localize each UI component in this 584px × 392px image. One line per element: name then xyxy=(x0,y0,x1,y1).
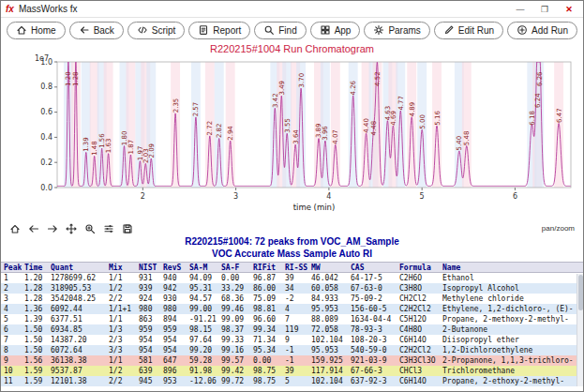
table-cell: 7 xyxy=(282,314,308,324)
table-scrollbar-thumb[interactable] xyxy=(578,275,583,310)
zoom-icon[interactable] xyxy=(84,223,96,234)
results-summary-line: R220215#1004: 72 peaks from VOC_AM_Sampl… xyxy=(1,235,583,248)
table-cell: 581 xyxy=(136,355,160,366)
column-header-quant[interactable]: Quant xyxy=(48,263,106,272)
column-header-mix[interactable]: Mix xyxy=(106,263,136,272)
table-row[interactable]: 61.506934.851/395995998.1598.3799.341197… xyxy=(1,324,583,335)
params-button[interactable]: Params xyxy=(364,22,429,39)
home-button[interactable]: Home xyxy=(7,22,66,39)
table-cell: 67-63-0 xyxy=(348,283,397,294)
column-header-nist[interactable]: NIST xyxy=(136,263,160,272)
table-cell: 1/1 xyxy=(106,273,136,283)
svg-text:1.39: 1.39 xyxy=(82,137,90,152)
svg-text:5.16: 5.16 xyxy=(434,111,442,126)
svg-text:4.48: 4.48 xyxy=(370,121,378,136)
table-row[interactable]: 111.5912101.382/2945953-12.0699.7298.755… xyxy=(1,376,583,386)
back-button-label: Back xyxy=(94,25,114,36)
home-button-label: Home xyxy=(31,25,56,36)
script-button[interactable]: Script xyxy=(127,22,186,39)
svg-text:4.77: 4.77 xyxy=(397,96,405,111)
chromatogram-chart[interactable]: 0.00.20.40.60.81.01e723456time (min)1.20… xyxy=(1,54,583,221)
column-header-cas[interactable]: CAS xyxy=(348,263,397,272)
edit-run-button[interactable]: Edit Run xyxy=(434,22,503,39)
table-row[interactable]: 41.366092.441/1+198098099.0099.4698.8149… xyxy=(1,304,583,314)
table-cell: C2H2Cl2 xyxy=(397,345,440,355)
add-run-button[interactable]: Add Run xyxy=(507,22,577,39)
svg-text:1.63: 1.63 xyxy=(105,139,112,154)
column-header-name[interactable]: Name xyxy=(440,263,583,272)
svg-text:2.72: 2.72 xyxy=(206,121,214,136)
title-bar: fx MassWorks fx — ❐ ✕ xyxy=(1,1,583,18)
table-cell: 942 xyxy=(160,283,187,294)
table-cell: 931 xyxy=(136,273,160,283)
find-button[interactable]: Find xyxy=(254,22,306,39)
table-cell: 119 xyxy=(282,324,308,335)
table-row[interactable]: 71.5014387.202/395495497.6499.3371.34910… xyxy=(1,335,583,345)
table-row[interactable]: 21.28318905.531/293994295.3133.2986.0034… xyxy=(1,283,583,294)
maximize-button[interactable]: ❐ xyxy=(535,3,554,16)
table-row[interactable]: 81.506072.643/395495499.2099.1695.34-195… xyxy=(1,345,583,355)
sliders-icon[interactable] xyxy=(103,223,114,234)
svg-text:6: 6 xyxy=(513,192,517,201)
pan-icon[interactable] xyxy=(66,223,77,234)
svg-text:3: 3 xyxy=(233,192,238,201)
table-cell: 99.72 xyxy=(218,376,250,386)
table-row[interactable]: 31.283542048.252/292493094.5768.3675.09-… xyxy=(1,294,583,304)
app-button[interactable]: App xyxy=(310,22,361,39)
app-icon: fx xyxy=(6,4,14,14)
prev-view-icon[interactable] xyxy=(28,223,39,234)
table-cell: 939 xyxy=(136,283,160,294)
table-cell: 97.64 xyxy=(187,335,218,345)
column-header-formula[interactable]: Formula xyxy=(397,263,440,272)
table-cell: 1,2-Dichloroethylene xyxy=(440,345,583,355)
main-toolbar: Home Back Script Report Find App Params xyxy=(1,18,583,42)
report-button[interactable]: Report xyxy=(188,22,250,39)
close-button[interactable]: ✕ xyxy=(560,3,578,16)
next-view-icon[interactable] xyxy=(47,223,58,234)
column-header-revs[interactable]: RevS xyxy=(160,263,187,272)
table-cell: 98.15 xyxy=(187,324,218,335)
table-cell: 954 xyxy=(136,345,160,355)
table-row[interactable]: 51.396377.511/1863894-91.2199.0996.60788… xyxy=(1,314,583,324)
minimize-button[interactable]: — xyxy=(511,3,530,16)
table-cell: 4 xyxy=(282,304,308,314)
save-icon[interactable] xyxy=(122,223,133,234)
table-cell: C5H12O xyxy=(397,314,440,324)
column-header-peak[interactable]: Peak xyxy=(1,263,22,272)
table-scrollbar[interactable] xyxy=(577,274,583,386)
table-cell: 894 xyxy=(160,314,187,324)
svg-text:5.00: 5.00 xyxy=(419,114,427,129)
peak-table-header: PeakTimeQuantMixNISTRevSSA-MSA-FRIFitRI-… xyxy=(1,262,583,273)
table-cell: 863 xyxy=(136,314,160,324)
table-row[interactable]: 91.5636138.381/158164759.2899.570.00-115… xyxy=(1,355,583,366)
table-cell: C2H6O xyxy=(397,273,440,283)
table-cell: 6 xyxy=(1,324,22,335)
back-button[interactable]: Back xyxy=(69,22,124,39)
table-cell: 7 xyxy=(1,335,22,345)
table-cell: 954 xyxy=(136,335,160,345)
table-row[interactable]: 101.599537.871/263989691.9899.4298.75391… xyxy=(1,366,583,376)
table-cell: 1.50 xyxy=(22,324,48,335)
table-cell: 540-59-0 xyxy=(348,345,397,355)
table-row[interactable]: 11.201278699.621/193194094.090.0096.8739… xyxy=(1,273,583,283)
table-cell: 6934.85 xyxy=(48,324,106,335)
column-header-time[interactable]: Time xyxy=(22,263,48,272)
table-cell: Ethanol xyxy=(440,273,583,283)
plus-circle-icon xyxy=(517,24,528,36)
svg-text:4.69: 4.69 xyxy=(390,111,397,126)
column-header-rifit[interactable]: RIFit xyxy=(250,263,282,272)
table-cell: 980 xyxy=(136,304,160,314)
table-cell: 39 xyxy=(282,273,308,283)
table-cell: -1 xyxy=(282,345,308,355)
table-cell: 71.34 xyxy=(250,335,282,345)
column-header-mw[interactable]: MW xyxy=(308,263,348,272)
table-cell: 11 xyxy=(1,376,22,386)
column-header-sa-f[interactable]: SA-F xyxy=(218,263,250,272)
column-header-sa-m[interactable]: SA-M xyxy=(187,263,218,272)
table-cell: 39 xyxy=(282,366,308,376)
svg-text:1.48: 1.48 xyxy=(91,141,98,156)
reset-home-icon[interactable] xyxy=(9,223,21,234)
table-cell: 3542048.25 xyxy=(48,294,106,304)
table-cell: 896 xyxy=(160,366,187,376)
column-header-ri-ss[interactable]: RI-SS xyxy=(282,263,308,272)
